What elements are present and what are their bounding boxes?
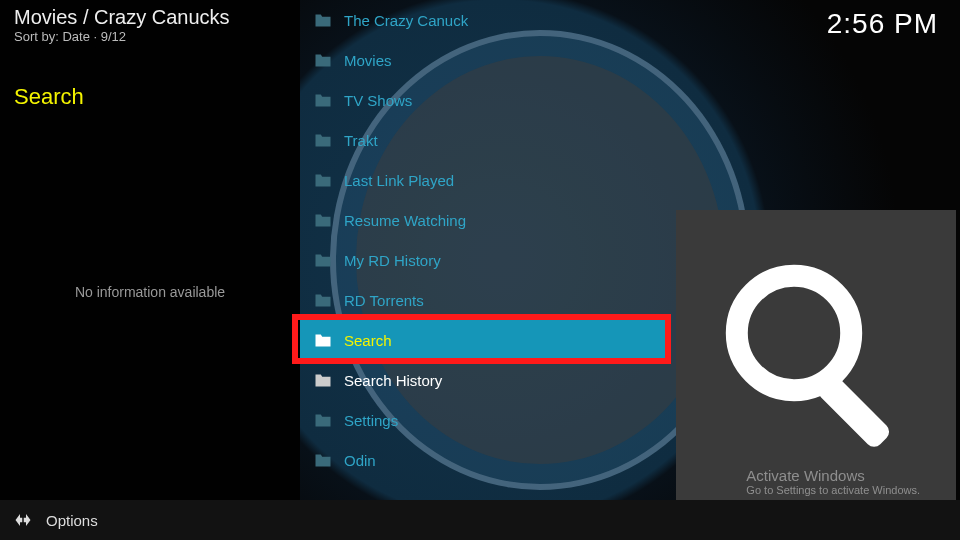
folder-icon: [314, 373, 332, 387]
list-item[interactable]: Movies: [300, 40, 665, 80]
folder-icon: [314, 133, 332, 147]
list-item-label: Resume Watching: [344, 212, 466, 229]
bottom-bar: Options: [0, 500, 960, 540]
left-info-pane: Movies / Crazy Canucks Sort by: Date · 9…: [0, 0, 300, 500]
folder-icon: [314, 213, 332, 227]
list-item[interactable]: Search: [300, 320, 665, 360]
list-item[interactable]: Trakt: [300, 120, 665, 160]
list-item[interactable]: Search History: [300, 360, 665, 400]
list-item-label: Odin: [344, 452, 376, 469]
folder-icon: [314, 173, 332, 187]
folder-icon: [314, 53, 332, 67]
list-item[interactable]: Resume Watching: [300, 200, 665, 240]
list-item[interactable]: My RD History: [300, 240, 665, 280]
folder-icon: [314, 293, 332, 307]
list-item-label: My RD History: [344, 252, 441, 269]
list-item[interactable]: Settings: [300, 400, 665, 440]
page-title: Search: [0, 44, 300, 110]
menu-list[interactable]: The Crazy CanuckMoviesTV ShowsTraktLast …: [300, 0, 665, 500]
list-item-label: Last Link Played: [344, 172, 454, 189]
list-item-label: RD Torrents: [344, 292, 424, 309]
activate-line2: Go to Settings to activate Windows.: [746, 484, 920, 496]
list-item-label: The Crazy Canuck: [344, 12, 468, 29]
clock: 2:56 PM: [827, 8, 938, 40]
list-item-label: Search History: [344, 372, 442, 389]
list-item-label: Settings: [344, 412, 398, 429]
folder-icon: [314, 333, 332, 347]
options-button[interactable]: Options: [46, 512, 98, 529]
list-item-label: Search: [344, 332, 392, 349]
list-item[interactable]: Last Link Played: [300, 160, 665, 200]
search-icon: [706, 245, 926, 465]
breadcrumb: Movies / Crazy Canucks: [0, 0, 300, 29]
folder-icon: [314, 253, 332, 267]
list-item-label: Movies: [344, 52, 392, 69]
sort-indicator: Sort by: Date · 9/12: [0, 29, 300, 44]
folder-icon: [314, 13, 332, 27]
list-item-label: TV Shows: [344, 92, 412, 109]
preview-thumbnail: [676, 210, 956, 500]
svg-point-0: [737, 276, 851, 390]
list-item-label: Trakt: [344, 132, 378, 149]
activate-line1: Activate Windows: [746, 467, 920, 484]
svg-rect-1: [815, 373, 893, 451]
list-item[interactable]: The Crazy Canuck: [300, 0, 665, 40]
folder-icon: [314, 93, 332, 107]
list-item[interactable]: TV Shows: [300, 80, 665, 120]
folder-icon: [314, 413, 332, 427]
list-item[interactable]: Odin: [300, 440, 665, 480]
folder-icon: [314, 453, 332, 467]
list-item[interactable]: RD Torrents: [300, 280, 665, 320]
no-info-label: No information available: [0, 284, 300, 300]
activate-windows-watermark: Activate Windows Go to Settings to activ…: [746, 467, 920, 496]
options-arrow-icon: [14, 511, 32, 529]
